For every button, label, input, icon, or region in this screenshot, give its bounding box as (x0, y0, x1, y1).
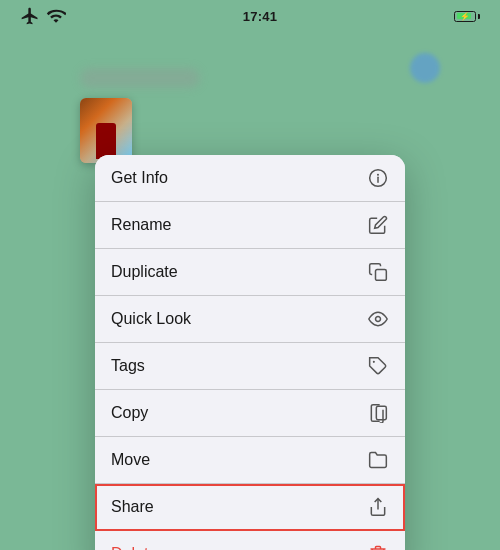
folder-icon (367, 449, 389, 471)
menu-item-quick-look[interactable]: Quick Look (95, 296, 405, 343)
menu-item-get-info[interactable]: Get Info (95, 155, 405, 202)
trash-icon (367, 543, 389, 550)
thumbnail-image (80, 98, 132, 163)
menu-label-get-info: Get Info (111, 169, 168, 187)
info-circle-icon (367, 167, 389, 189)
pencil-icon (367, 214, 389, 236)
eye-icon (367, 308, 389, 330)
status-left (20, 6, 66, 26)
blurred-text (80, 68, 200, 88)
file-thumbnail (80, 98, 132, 163)
menu-item-share[interactable]: Share (95, 484, 405, 531)
menu-item-move[interactable]: Move (95, 437, 405, 484)
menu-label-copy: Copy (111, 404, 148, 422)
svg-rect-3 (376, 270, 387, 281)
menu-item-delete[interactable]: Delete (95, 531, 405, 550)
menu-label-tags: Tags (111, 357, 145, 375)
menu-label-rename: Rename (111, 216, 171, 234)
status-time: 17:41 (243, 9, 278, 24)
menu-label-delete: Delete (111, 545, 157, 550)
wifi-icon (46, 6, 66, 26)
menu-label-share: Share (111, 498, 154, 516)
svg-rect-6 (376, 406, 386, 419)
airplane-icon (20, 6, 40, 26)
duplicate-icon (367, 261, 389, 283)
menu-item-duplicate[interactable]: Duplicate (95, 249, 405, 296)
status-right: ⚡ (454, 11, 480, 22)
context-menu: Get Info Rename Duplicate (95, 155, 405, 550)
menu-label-quick-look: Quick Look (111, 310, 191, 328)
status-bar: 17:41 ⚡ (0, 0, 500, 28)
menu-label-move: Move (111, 451, 150, 469)
blue-dot (410, 53, 440, 83)
svg-point-4 (376, 317, 381, 322)
share-icon (367, 496, 389, 518)
menu-item-tags[interactable]: Tags (95, 343, 405, 390)
copy-icon (367, 402, 389, 424)
menu-label-duplicate: Duplicate (111, 263, 178, 281)
menu-item-copy[interactable]: Copy (95, 390, 405, 437)
battery-icon: ⚡ (454, 11, 480, 22)
tag-icon (367, 355, 389, 377)
menu-item-rename[interactable]: Rename (95, 202, 405, 249)
